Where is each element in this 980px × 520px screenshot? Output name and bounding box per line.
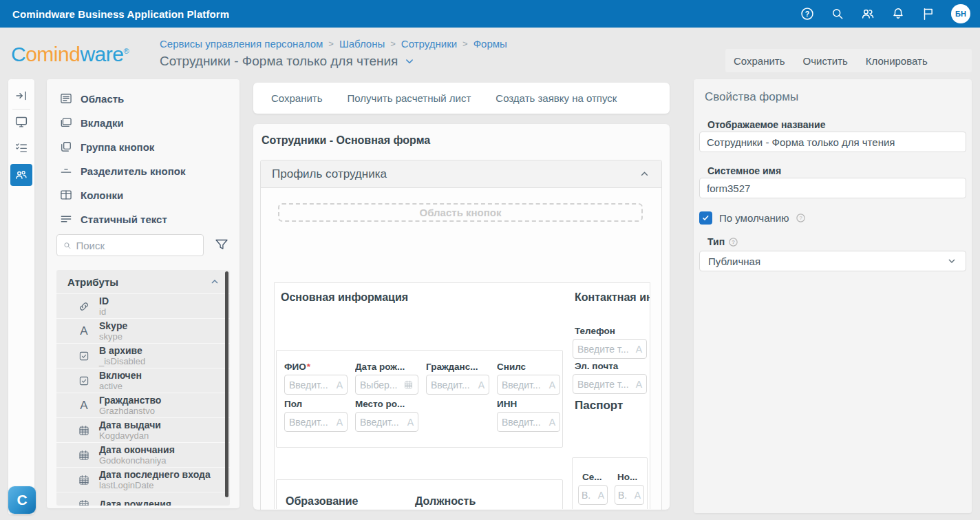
search-input[interactable] [76,240,198,251]
field-gender[interactable]: Пол Введит...A [284,399,348,432]
registered-mark: ® [123,47,129,55]
system-name-input[interactable] [699,178,966,198]
people-button-active[interactable] [10,164,32,186]
toolbox-item-area[interactable]: Область [59,88,124,109]
scrollbar-thumb[interactable] [225,271,228,497]
text-type-icon: A [478,379,484,391]
text-type-icon: A [337,379,343,391]
text-type-icon: A [635,490,641,501]
field-snils[interactable]: Снилс Введит...A [497,362,560,395]
toolbox-panel: Область Вкладки Группа кнопок Разделител… [47,79,239,508]
section-header[interactable]: Профиль сотрудника [261,160,661,188]
position-title: Должность [415,495,476,508]
field-email[interactable]: Эл. почта Введите т...A [573,361,647,394]
button-group-icon [59,140,73,154]
preview-save-button[interactable]: Сохранить [271,92,323,104]
button-area-placeholder[interactable]: Область кнопок [278,203,643,222]
field-citizenship[interactable]: Гражданс... Введит...A [426,362,489,395]
text-type-icon: A [636,379,642,390]
static-text-icon [59,212,73,226]
breadcrumb-item-forms[interactable]: Формы [473,38,507,50]
preview-payslip-button[interactable]: Получить расчетный лист [348,92,471,104]
required-asterisk: * [307,362,310,372]
comindware-chat-button[interactable]: C [8,486,36,514]
field-fio[interactable]: ФИО* Введит...A [284,362,348,395]
attributes-header[interactable]: Атрибуты [56,270,230,293]
chevron-up-icon[interactable] [639,168,650,180]
field-birth-date[interactable]: Дата рож... Выбер... [355,362,418,395]
attribute-row-birth-date[interactable]: Дата рождения [56,492,230,506]
attribute-row-id[interactable]: IDid [56,293,230,318]
text-type-icon: A [636,344,642,355]
collapse-arrow-icon [14,88,29,103]
breadcrumb-separator: > [457,39,473,49]
checkbox-icon [78,375,90,387]
svg-text:?: ? [805,10,809,18]
calendar-icon [78,499,90,506]
attribute-row-issue-date[interactable]: Дата выдачиKogdavydan [56,417,230,442]
text-type-icon: A [80,399,87,413]
display-name-input[interactable] [699,132,966,152]
text-type-icon: A [549,417,555,428]
toolbox-item-tabs[interactable]: Вкладки [59,112,124,133]
bell-icon[interactable] [891,6,906,21]
clear-button[interactable]: Очистить [803,55,848,67]
attribute-row-active[interactable]: Включенactive [56,368,230,393]
topbar-icons: ? БН [800,0,970,28]
monitor-button[interactable] [8,110,34,134]
checklist-button[interactable] [8,136,34,160]
attribute-row-last-login[interactable]: Дата последнего входаlastLoginDate [56,467,230,492]
chevron-down-icon[interactable] [403,55,416,67]
field-passport-series[interactable]: Се... В.A [578,472,608,505]
form-canvas: Сотрудники - Основная форма Профиль сотр… [253,124,670,510]
section-profile: Профиль сотрудника Область кнопок Основн… [260,160,662,510]
left-rail [8,79,34,514]
toolbox-item-button-divider[interactable]: Разделитель кнопок [59,160,185,181]
attributes-panel: Атрибуты IDid A Skypeskype В архиве_isDi… [56,270,230,506]
app-title: Comindware Business Application Platform [12,8,229,20]
field-birth-place[interactable]: Место ро... Введит...A [355,399,418,432]
preview-vacation-button[interactable]: Создать заявку на отпуск [496,92,617,104]
filter-funnel-icon[interactable] [213,236,230,254]
attribute-row-end-date[interactable]: Дата окончанияGodokonchaniya [56,442,230,467]
chat-letter: C [17,492,27,508]
toolbox-item-button-group[interactable]: Группа кнопок [59,136,154,157]
check-icon [701,214,710,222]
toolbox-item-columns[interactable]: Колонки [59,185,123,205]
flag-icon[interactable] [921,6,936,21]
system-name-label: Системное имя [707,165,781,176]
type-select[interactable]: Публичная [699,251,966,271]
search-icon[interactable] [830,6,845,21]
field-passport-number[interactable]: Но... В.A [615,472,644,505]
toolbox-item-static-text[interactable]: Статичный текст [59,209,167,229]
people-icon [14,167,29,183]
comindware-logo: Comindware® [11,43,129,66]
breadcrumb-item-templates[interactable]: Шаблоны [339,38,385,50]
text-type-icon: A [80,324,87,338]
breadcrumb-separator: > [323,39,339,49]
attribute-row-skype[interactable]: A Skypeskype [56,318,230,343]
default-checkbox[interactable] [699,211,712,225]
main-info-title: Основная информация [281,291,408,304]
attribute-row-citizenship[interactable]: A ГражданствоGrazhdanstvo [56,393,230,417]
default-checkbox-row[interactable]: По умолчанию ? [699,211,806,225]
collapse-sidebar-button[interactable] [8,83,34,108]
help-icon[interactable]: ? [800,6,815,21]
breadcrumb-item-services[interactable]: Сервисы управления персоналом [160,38,323,50]
save-button[interactable]: Сохранить [734,55,785,67]
avatar[interactable]: БН [951,4,970,23]
form-properties-panel: Свойства формы Отображаемое название Сис… [694,79,972,513]
attributes-title: Атрибуты [67,276,118,288]
tabs-icon [59,116,73,129]
attribute-row-archived[interactable]: В архиве_isDisabled [56,343,230,368]
breadcrumb-item-employees[interactable]: Сотрудники [401,38,457,50]
contact-info-title: Контактная информация [575,291,650,304]
section-body: Область кнопок Основная информация ФИО* … [261,188,661,509]
text-type-icon: A [337,417,343,428]
field-phone[interactable]: Телефон Введите т...A [573,326,647,359]
users-icon[interactable] [860,6,875,21]
clone-button[interactable]: Клонировать [866,55,928,67]
field-inn[interactable]: ИНН Введит...A [497,399,560,432]
chevron-down-icon [946,256,957,267]
calendar-icon [78,424,90,437]
